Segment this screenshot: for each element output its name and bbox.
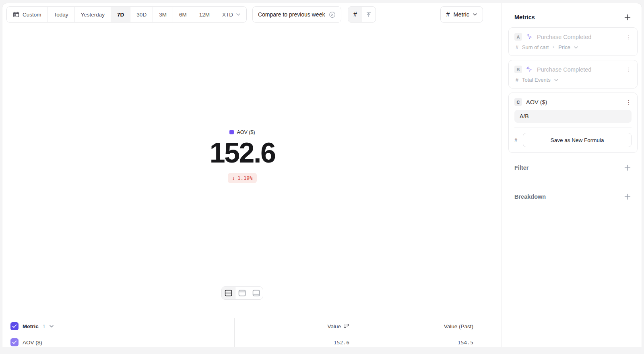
- main-panel: Custom Today Yesterday 7D 30D 3M 6M 12M …: [2, 3, 502, 347]
- metric-card-a: A Purchase Completed ⋮ # Sum of cart ‣ P…: [508, 27, 638, 56]
- formula-metric-name[interactable]: AOV ($): [526, 99, 547, 105]
- measure-label: Sum of cart: [522, 44, 549, 50]
- measure-selector[interactable]: # Total Events: [514, 77, 632, 83]
- kebab-menu-icon[interactable]: ⋮: [626, 99, 632, 105]
- split-rows-icon: [225, 290, 232, 296]
- add-breakdown-button[interactable]: [624, 193, 631, 200]
- metric-event-name[interactable]: Purchase Completed: [537, 34, 591, 40]
- row-metric-name: AOV ($): [23, 340, 42, 346]
- kebab-menu-icon[interactable]: ⋮: [626, 34, 632, 40]
- chevron-down-icon[interactable]: [50, 325, 54, 327]
- metrics-title: Metrics: [514, 14, 535, 21]
- measure-selector[interactable]: # Sum of cart ‣ Price: [514, 44, 632, 50]
- calendar-icon: [13, 11, 19, 18]
- measure-property: Price: [558, 44, 570, 50]
- metric-column-label: Metric: [23, 323, 39, 329]
- metric-count: 1: [43, 323, 45, 329]
- range-custom-label: Custom: [23, 12, 41, 18]
- view-mode-toggle: #: [348, 6, 376, 23]
- layout-toggle: [221, 286, 263, 300]
- formula-text: A/B: [520, 113, 529, 119]
- filter-section-header: Filter: [514, 163, 631, 172]
- report-card: Custom Today Yesterday 7D 30D 3M 6M 12M …: [2, 3, 642, 347]
- chevron-down-icon: [473, 13, 477, 16]
- kebab-menu-icon[interactable]: ⋮: [626, 67, 632, 72]
- metric-type-button[interactable]: # Metric: [440, 6, 483, 23]
- remove-compare-icon[interactable]: [329, 11, 336, 18]
- range-12m[interactable]: 12M: [193, 7, 216, 22]
- metric-badge: C: [514, 98, 522, 106]
- layout-chart-only-toggle[interactable]: [235, 287, 249, 299]
- metric-card-b: B Purchase Completed ⋮ # Total Events: [508, 60, 638, 88]
- hash-icon: #: [514, 137, 517, 143]
- breakdown-title: Breakdown: [514, 193, 546, 200]
- delta-value: 1.19%: [237, 175, 253, 181]
- view-goal-toggle[interactable]: [362, 7, 376, 22]
- legend-label: AOV ($): [237, 130, 255, 135]
- range-6m[interactable]: 6M: [173, 7, 193, 22]
- save-formula-button[interactable]: Save as New Formula: [523, 133, 632, 147]
- metric-button-label: Metric: [454, 11, 469, 18]
- delta-badge: ↓ 1.19%: [228, 173, 256, 183]
- metric-event-name[interactable]: Purchase Completed: [537, 66, 591, 73]
- query-sidebar: Metrics A Purchase Completed ⋮: [502, 3, 642, 347]
- chevron-down-icon: [236, 13, 240, 16]
- filter-title: Filter: [514, 165, 528, 171]
- layout-split-toggle[interactable]: [222, 287, 235, 299]
- event-sparkle-icon: [526, 33, 533, 40]
- chevron-down-icon: [554, 79, 558, 81]
- hash-icon: #: [516, 77, 518, 83]
- table-row: AOV ($) 152.6 154.5: [2, 335, 502, 347]
- breadcrumb-arrow-icon: ‣: [552, 45, 555, 49]
- toolbar: Custom Today Yesterday 7D 30D 3M 6M 12M …: [6, 6, 483, 23]
- results-table: Metric 1 Value Value (Past): [2, 318, 502, 347]
- arrow-up-to-line-icon: [365, 11, 372, 18]
- hash-icon: #: [516, 45, 518, 50]
- chart-legend: AOV ($): [229, 130, 255, 135]
- big-number-chart: AOV ($) 152.6 ↓ 1.19%: [2, 129, 482, 183]
- layout-table-only-toggle[interactable]: [249, 287, 263, 299]
- compare-chip-label: Compare to previous week: [258, 11, 325, 18]
- legend-swatch: [229, 130, 234, 134]
- view-number-toggle[interactable]: #: [348, 7, 362, 22]
- range-today[interactable]: Today: [48, 7, 75, 22]
- metric-cards: A Purchase Completed ⋮ # Sum of cart ‣ P…: [508, 27, 638, 153]
- select-all-checkbox[interactable]: [10, 322, 19, 330]
- save-formula-label: Save as New Formula: [551, 137, 604, 143]
- measure-label: Total Events: [522, 77, 551, 83]
- range-xtd[interactable]: XTD: [216, 7, 246, 22]
- metric-card-c: C AOV ($) ⋮ A/B # Save as New Formula: [508, 93, 638, 153]
- range-custom[interactable]: Custom: [7, 7, 48, 22]
- chevron-down-icon: [574, 46, 578, 49]
- hash-icon: #: [353, 11, 357, 18]
- range-yesterday[interactable]: Yesterday: [75, 7, 111, 22]
- compare-chip[interactable]: Compare to previous week: [252, 6, 342, 23]
- metrics-section-header: Metrics: [514, 13, 631, 22]
- range-7d[interactable]: 7D: [111, 7, 130, 22]
- row-checkbox[interactable]: [10, 338, 19, 346]
- range-30d[interactable]: 30D: [130, 7, 153, 22]
- top-bar-icon: [238, 290, 246, 296]
- value-column-header[interactable]: Value: [327, 323, 341, 329]
- add-filter-button[interactable]: [624, 165, 631, 171]
- row-value: 152.6: [334, 340, 349, 346]
- event-sparkle-icon: [526, 66, 533, 73]
- range-3m[interactable]: 3M: [153, 7, 173, 22]
- add-metric-button[interactable]: [624, 14, 631, 21]
- breakdown-section-header: Breakdown: [514, 192, 631, 201]
- date-range-control: Custom Today Yesterday 7D 30D 3M 6M 12M …: [6, 6, 247, 23]
- sort-descending-icon[interactable]: [343, 323, 349, 329]
- arrow-down-icon: ↓: [232, 175, 235, 181]
- table-header-row: Metric 1 Value Value (Past): [2, 318, 502, 335]
- bottom-bar-icon: [252, 290, 260, 296]
- value-past-column-header[interactable]: Value (Past): [444, 323, 473, 329]
- metric-badge: B: [514, 66, 522, 73]
- metric-badge: A: [514, 33, 522, 41]
- card-divider: [514, 128, 632, 128]
- formula-input[interactable]: A/B: [514, 110, 632, 123]
- row-value-past: 154.5: [458, 340, 473, 346]
- hash-icon: #: [446, 11, 450, 18]
- metric-value: 152.6: [2, 138, 482, 168]
